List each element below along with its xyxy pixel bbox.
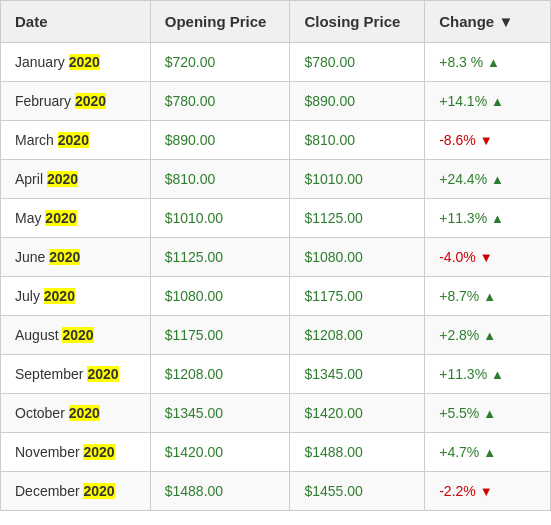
- price-table: Date Opening Price Closing Price Change …: [0, 0, 551, 511]
- arrow-up-icon: ▲: [483, 328, 496, 343]
- cell-date: September 2020: [1, 355, 151, 394]
- table-row: October 2020$1345.00$1420.00+5.5% ▲: [1, 394, 551, 433]
- cell-closing-price: $1420.00: [290, 394, 425, 433]
- cell-opening-price: $1175.00: [150, 316, 290, 355]
- cell-change: -8.6% ▼: [425, 121, 551, 160]
- cell-change: +5.5% ▲: [425, 394, 551, 433]
- cell-change: +2.8% ▲: [425, 316, 551, 355]
- year-badge: 2020: [49, 249, 80, 265]
- cell-date: March 2020: [1, 121, 151, 160]
- cell-opening-price: $1010.00: [150, 199, 290, 238]
- table-row: September 2020$1208.00$1345.00+11.3% ▲: [1, 355, 551, 394]
- cell-date: October 2020: [1, 394, 151, 433]
- cell-date: February 2020: [1, 82, 151, 121]
- cell-opening-price: $780.00: [150, 82, 290, 121]
- arrow-up-icon: ▲: [491, 211, 504, 226]
- cell-date: November 2020: [1, 433, 151, 472]
- cell-opening-price: $1488.00: [150, 472, 290, 511]
- arrow-up-icon: ▲: [491, 367, 504, 382]
- year-badge: 2020: [58, 132, 89, 148]
- arrow-down-icon: ▼: [480, 250, 493, 265]
- cell-opening-price: $1208.00: [150, 355, 290, 394]
- cell-date: January 2020: [1, 43, 151, 82]
- cell-date: April 2020: [1, 160, 151, 199]
- cell-date: December 2020: [1, 472, 151, 511]
- cell-opening-price: $1125.00: [150, 238, 290, 277]
- year-badge: 2020: [62, 327, 93, 343]
- table-row: March 2020$890.00$810.00-8.6% ▼: [1, 121, 551, 160]
- year-badge: 2020: [45, 210, 76, 226]
- cell-change: +4.7% ▲: [425, 433, 551, 472]
- cell-change: -4.0% ▼: [425, 238, 551, 277]
- header-change: Change ▼: [425, 1, 551, 43]
- cell-date: May 2020: [1, 199, 151, 238]
- header-date: Date: [1, 1, 151, 43]
- cell-closing-price: $1080.00: [290, 238, 425, 277]
- cell-opening-price: $1420.00: [150, 433, 290, 472]
- table-row: February 2020$780.00$890.00+14.1% ▲: [1, 82, 551, 121]
- year-badge: 2020: [44, 288, 75, 304]
- arrow-up-icon: ▲: [483, 406, 496, 421]
- cell-change: +24.4% ▲: [425, 160, 551, 199]
- table-header-row: Date Opening Price Closing Price Change …: [1, 1, 551, 43]
- arrow-up-icon: ▲: [491, 172, 504, 187]
- year-badge: 2020: [87, 366, 118, 382]
- cell-date: July 2020: [1, 277, 151, 316]
- table-row: January 2020$720.00$780.00+8.3 % ▲: [1, 43, 551, 82]
- year-badge: 2020: [83, 483, 114, 499]
- cell-change: +8.3 % ▲: [425, 43, 551, 82]
- header-closing-price: Closing Price: [290, 1, 425, 43]
- arrow-up-icon: ▲: [487, 55, 500, 70]
- cell-change: +11.3% ▲: [425, 355, 551, 394]
- table-row: December 2020$1488.00$1455.00-2.2% ▼: [1, 472, 551, 511]
- cell-change: +11.3% ▲: [425, 199, 551, 238]
- arrow-down-icon: ▼: [480, 484, 493, 499]
- cell-opening-price: $810.00: [150, 160, 290, 199]
- arrow-up-icon: ▲: [491, 94, 504, 109]
- cell-closing-price: $810.00: [290, 121, 425, 160]
- cell-closing-price: $1125.00: [290, 199, 425, 238]
- year-badge: 2020: [69, 405, 100, 421]
- cell-closing-price: $1488.00: [290, 433, 425, 472]
- cell-opening-price: $720.00: [150, 43, 290, 82]
- cell-change: +14.1% ▲: [425, 82, 551, 121]
- year-badge: 2020: [47, 171, 78, 187]
- year-badge: 2020: [83, 444, 114, 460]
- cell-closing-price: $890.00: [290, 82, 425, 121]
- cell-closing-price: $780.00: [290, 43, 425, 82]
- cell-change: +8.7% ▲: [425, 277, 551, 316]
- table-row: July 2020$1080.00$1175.00+8.7% ▲: [1, 277, 551, 316]
- cell-date: August 2020: [1, 316, 151, 355]
- cell-change: -2.2% ▼: [425, 472, 551, 511]
- table-row: May 2020$1010.00$1125.00+11.3% ▲: [1, 199, 551, 238]
- cell-closing-price: $1345.00: [290, 355, 425, 394]
- table-row: August 2020$1175.00$1208.00+2.8% ▲: [1, 316, 551, 355]
- cell-closing-price: $1175.00: [290, 277, 425, 316]
- table-row: November 2020$1420.00$1488.00+4.7% ▲: [1, 433, 551, 472]
- table-row: June 2020$1125.00$1080.00-4.0% ▼: [1, 238, 551, 277]
- cell-closing-price: $1010.00: [290, 160, 425, 199]
- cell-opening-price: $890.00: [150, 121, 290, 160]
- arrow-down-icon: ▼: [480, 133, 493, 148]
- arrow-up-icon: ▲: [483, 445, 496, 460]
- arrow-up-icon: ▲: [483, 289, 496, 304]
- cell-opening-price: $1080.00: [150, 277, 290, 316]
- cell-closing-price: $1208.00: [290, 316, 425, 355]
- cell-opening-price: $1345.00: [150, 394, 290, 433]
- header-opening-price: Opening Price: [150, 1, 290, 43]
- table-row: April 2020$810.00$1010.00+24.4% ▲: [1, 160, 551, 199]
- year-badge: 2020: [75, 93, 106, 109]
- cell-closing-price: $1455.00: [290, 472, 425, 511]
- year-badge: 2020: [69, 54, 100, 70]
- cell-date: June 2020: [1, 238, 151, 277]
